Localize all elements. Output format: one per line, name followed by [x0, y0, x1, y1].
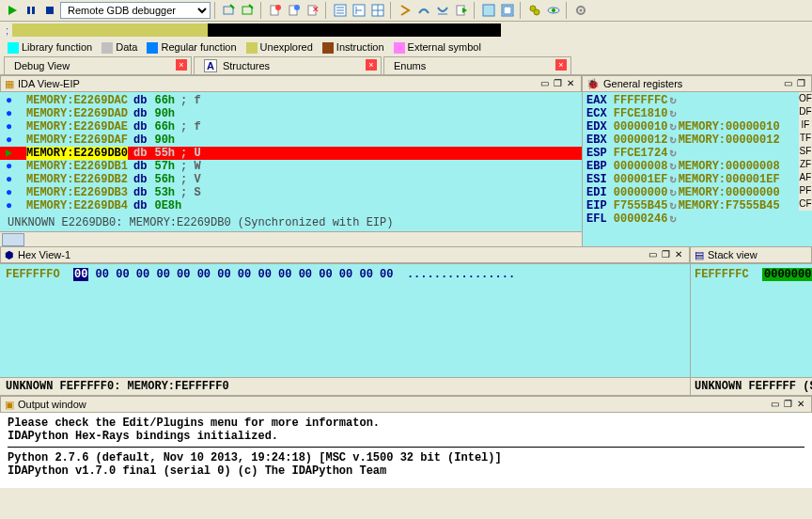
stack-view[interactable]: FEFFFFFC 00000000 UNKNOWN FEFFFFF (Synch [690, 264, 812, 395]
register-line[interactable]: ESI 000001EF↻MEMORY:000001EF [586, 173, 808, 186]
tb-run-to[interactable] [453, 2, 470, 19]
register-line[interactable]: EAX FFFFFFFC↻ [586, 94, 808, 107]
minimize-icon[interactable]: ▭ [646, 248, 659, 261]
restore-icon[interactable]: ❐ [551, 77, 564, 90]
minimize-icon[interactable]: ▭ [781, 77, 794, 90]
svg-marker-0 [8, 6, 17, 15]
close-icon[interactable]: × [176, 59, 187, 71]
hex-view[interactable]: FEFFFFFO 00 00 00 00 00 00 00 00 00 00 0… [0, 264, 690, 395]
tb-eye[interactable] [545, 2, 562, 19]
restore-icon[interactable]: ❐ [781, 398, 794, 411]
disasm-line[interactable]: ▶MEMORY:E2269DB0db55h; U [0, 147, 582, 160]
register-line[interactable]: EBX 00000012↻MEMORY:00000012 [586, 134, 808, 147]
disasm-line[interactable]: ●MEMORY:E2269DB4db0E8h [0, 199, 582, 212]
color-legend: Library function Data Regular function U… [0, 39, 812, 56]
disasm-line[interactable]: ●MEMORY:E2269DB1db57h; W [0, 160, 582, 173]
ida-status: UNKNOWN E2269DB0: MEMORY:E2269DB0 (Synch… [0, 214, 582, 231]
svg-point-31 [552, 8, 555, 12]
tb-icon-grid[interactable] [369, 2, 386, 19]
svg-rect-1 [27, 7, 30, 14]
tb-step-over[interactable] [415, 2, 432, 19]
legend-ext: External symbol [408, 41, 481, 53]
register-line[interactable]: EIP F7555B45↻MEMORY:F7555B45 [586, 199, 808, 212]
hex-status: UNKNOWN FEFFFFF0: MEMORY:FEFFFFF0 [0, 377, 690, 395]
tb-icon-bp2[interactable] [286, 2, 303, 19]
svg-rect-4 [224, 7, 233, 14]
svg-rect-3 [46, 7, 54, 14]
registers-title: 🐞General registers ▭ ❐ [582, 75, 812, 92]
output-body[interactable]: Please check the Edit/Plugins menu for m… [0, 413, 812, 488]
svg-rect-25 [483, 5, 494, 16]
nav-bar[interactable] [12, 24, 501, 37]
output-title: ▣Output window ▭ ❐ ✕ [0, 396, 812, 413]
disasm-line[interactable]: ●MEMORY:E2269DB2db56h; V [0, 173, 582, 186]
register-line[interactable]: EDX 00000010↻MEMORY:00000010 [586, 120, 808, 134]
close-icon[interactable]: × [366, 59, 377, 71]
tb-step-into[interactable] [397, 2, 414, 19]
svg-text:✕: ✕ [312, 5, 320, 14]
close-icon[interactable]: ✕ [672, 248, 685, 261]
main-toolbar: Remote GDB debugger ✕ [0, 0, 812, 22]
tb-icon-1[interactable] [221, 2, 238, 19]
svg-point-7 [275, 5, 281, 10]
registers-view[interactable]: EAX FFFFFFFC↻ECX FFCE1810↻EDX 00000010↻M… [582, 92, 812, 246]
register-line[interactable]: ECX FFCE1810↻ [586, 107, 808, 120]
stack-view-title: ▤Stack view [690, 246, 812, 263]
tb-icon-tree[interactable] [351, 2, 367, 19]
disasm-line[interactable]: ●MEMORY:E2269DAFdb90h [0, 134, 582, 147]
minimize-icon[interactable]: ▭ [538, 77, 551, 90]
register-line[interactable]: EDI 00000000↻MEMORY:00000000 [586, 186, 808, 199]
view-tabs: Debug View× AStructures× Enums× [0, 56, 812, 75]
disasm-line[interactable]: ●MEMORY:E2269DB3db53h; S [0, 186, 582, 199]
register-line[interactable]: EBP 00000008↻MEMORY:00000008 [586, 160, 808, 173]
tb-icon-bp1[interactable] [267, 2, 284, 19]
navigation-band: ; [0, 22, 812, 39]
svg-rect-2 [32, 7, 35, 14]
svg-point-9 [294, 5, 300, 10]
restore-icon[interactable]: ❐ [659, 248, 672, 261]
tb-step-out[interactable] [434, 2, 451, 19]
close-icon[interactable]: ✕ [564, 77, 577, 90]
svg-point-29 [534, 9, 539, 15]
close-icon[interactable]: ✕ [794, 398, 807, 411]
hex-view-title: ⬢Hex View-1 ▭ ❐ ✕ [0, 246, 690, 263]
legend-ins: Instruction [336, 41, 384, 53]
restore-icon[interactable]: ❐ [794, 77, 807, 90]
disassembly-view[interactable]: ●MEMORY:E2269DACdb66h; f●MEMORY:E2269DAD… [0, 92, 582, 246]
tab-debug-view[interactable]: Debug View× [4, 56, 192, 74]
tb-link[interactable] [526, 2, 543, 19]
tb-win2[interactable] [499, 2, 516, 19]
ida-view-title: ▦IDA View-EIP ▭ ❐ ✕ [0, 75, 582, 92]
stack-status: UNKNOWN FEFFFFF (Synch [691, 377, 812, 395]
hscrollbar[interactable] [0, 231, 582, 246]
tb-gear[interactable] [572, 2, 589, 19]
svg-point-33 [580, 9, 583, 12]
tb-icon-bp3[interactable]: ✕ [304, 2, 321, 19]
tb-icon-list[interactable] [332, 2, 349, 19]
debugger-select[interactable]: Remote GDB debugger [60, 2, 211, 19]
minimize-icon[interactable]: ▭ [768, 398, 781, 411]
legend-reg: Regular function [161, 41, 236, 53]
disasm-line[interactable]: ●MEMORY:E2269DAEdb66h; f [0, 120, 582, 134]
register-line[interactable]: ESP FFCE1724↻ [586, 147, 808, 160]
pause-button[interactable] [23, 2, 39, 19]
close-icon[interactable]: × [555, 59, 567, 71]
disasm-line[interactable]: ●MEMORY:E2269DADdb90h [0, 107, 582, 120]
svg-rect-27 [504, 7, 511, 14]
tab-enums[interactable]: Enums× [383, 56, 571, 74]
tb-icon-2[interactable] [240, 2, 257, 19]
disasm-line[interactable]: ●MEMORY:E2269DACdb66h; f [0, 94, 582, 107]
legend-data: Data [116, 41, 137, 53]
register-line[interactable]: EFL 00000246↻ [586, 212, 808, 226]
tab-structures[interactable]: AStructures× [194, 56, 382, 74]
stop-button[interactable] [41, 2, 58, 19]
svg-rect-5 [242, 7, 252, 14]
legend-lib: Library function [22, 41, 92, 53]
legend-unx: Unexplored [260, 41, 313, 53]
run-button[interactable] [4, 2, 21, 19]
tb-win1[interactable] [480, 2, 497, 19]
